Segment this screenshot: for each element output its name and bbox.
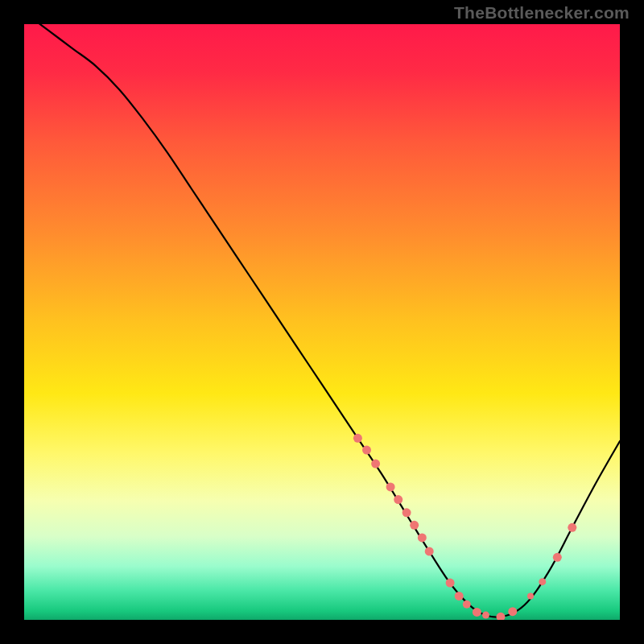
- data-marker: [508, 607, 517, 616]
- gradient-background: [24, 24, 620, 620]
- plot-svg: [24, 24, 620, 620]
- data-marker: [539, 578, 546, 585]
- data-marker: [553, 553, 562, 562]
- data-marker: [353, 434, 362, 443]
- data-marker: [463, 601, 471, 609]
- data-marker: [418, 533, 427, 542]
- data-marker: [362, 446, 371, 455]
- data-marker: [568, 523, 576, 532]
- data-marker: [402, 508, 411, 517]
- data-marker: [455, 592, 464, 601]
- plot-area: [24, 24, 620, 620]
- data-marker: [394, 495, 402, 504]
- data-marker: [425, 547, 434, 555]
- data-marker: [371, 460, 380, 469]
- data-marker: [386, 482, 395, 491]
- data-marker: [482, 612, 489, 619]
- data-marker: [473, 608, 481, 617]
- data-marker: [527, 592, 534, 599]
- data-marker: [446, 579, 455, 588]
- data-marker: [410, 521, 419, 530]
- watermark-text: TheBottlenecker.com: [454, 3, 630, 23]
